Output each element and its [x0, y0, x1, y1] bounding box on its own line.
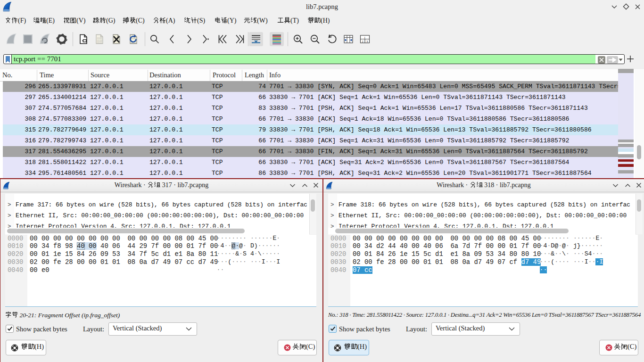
svg-text:0111: 0111 [97, 41, 102, 44]
svg-text:3: 3 [366, 40, 368, 43]
svg-text:2: 2 [362, 40, 363, 43]
svg-text:1: 1 [364, 36, 365, 39]
